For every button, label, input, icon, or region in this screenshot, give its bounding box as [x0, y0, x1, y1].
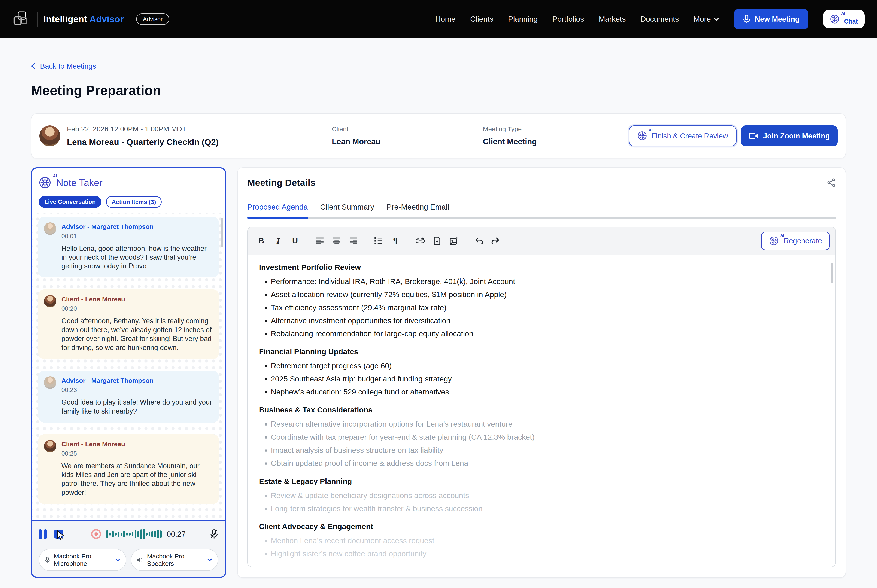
nav-item-home[interactable]: Home	[435, 15, 456, 24]
app-title: Intelligent Advisor	[44, 14, 124, 24]
nav-item-portfolios[interactable]: Portfolios	[553, 15, 584, 24]
client-value: Lean Moreau	[332, 137, 483, 146]
new-meeting-button[interactable]: New Meeting	[734, 9, 809, 29]
insert-link-button[interactable]	[412, 233, 428, 249]
agenda-section-heading: Estate & Legacy Planning	[259, 477, 824, 486]
transcript-text: Hello Lena, good afternoon, how is the w…	[62, 244, 212, 271]
conversation-scrollbar[interactable]	[221, 218, 223, 247]
align-right-button[interactable]	[346, 233, 362, 249]
role-badge: Advisor	[136, 14, 169, 25]
pause-icon	[39, 530, 47, 539]
tab-client-summary[interactable]: Client Summary	[320, 203, 374, 217]
chat-label: Chat	[844, 18, 858, 25]
ai-icon	[637, 131, 647, 141]
client-avatar	[39, 125, 60, 146]
transcript-timestamp: 00:20	[62, 305, 125, 312]
recording-timer: 00:27	[167, 530, 186, 538]
join-button-label: Join Zoom Meeting	[763, 132, 830, 140]
regenerate-button[interactable]: AI Regenerate	[761, 232, 830, 250]
underline-button[interactable]: U	[287, 233, 303, 249]
speaker-device-value: Macbook Pro Speakers	[147, 553, 203, 567]
share-icon	[826, 178, 836, 188]
ai-icon	[769, 236, 779, 246]
agenda-section-heading: Financial Planning Updates	[259, 347, 824, 356]
meeting-type-label: Meeting Type	[483, 125, 629, 133]
paragraph-button[interactable]: ¶	[387, 233, 403, 249]
agenda-section: Financial Planning UpdatesRetirement tar…	[259, 347, 824, 397]
client-avatar	[44, 295, 56, 308]
back-to-meetings-link[interactable]: Back to Meetings	[31, 62, 96, 70]
mouse-cursor	[57, 530, 65, 540]
speaker-name: Client - Lena Moreau	[62, 441, 125, 448]
microphone-device-select[interactable]: Macbook Pro Microphone	[39, 549, 126, 571]
join-zoom-meeting-button[interactable]: Join Zoom Meeting	[741, 125, 838, 146]
nav-more-label: More	[694, 15, 711, 24]
live-conversation-badge[interactable]: Live Conversation	[39, 196, 101, 208]
active-tab-indicator	[247, 217, 308, 219]
tab-pre-meeting-email[interactable]: Pre-Meeting Email	[387, 203, 449, 217]
new-meeting-label: New Meeting	[755, 15, 799, 23]
ai-icon	[39, 176, 51, 189]
transcript-entry: Advisor - Margaret Thompson 00:01 Hello …	[38, 217, 219, 278]
agenda-section-heading: Business & Tax Considerations	[259, 406, 824, 414]
editor-scrollbar[interactable]	[830, 263, 833, 284]
agenda-item: Review & update beneficiary designations…	[271, 490, 824, 501]
agenda-section-heading: Client Advocacy & Engagement	[259, 522, 824, 531]
regenerate-label: Regenerate	[784, 237, 822, 245]
undo-button[interactable]	[471, 233, 487, 249]
microphone-icon	[743, 15, 750, 24]
action-items-badge[interactable]: Action Items (3)	[106, 196, 162, 208]
ordered-list-button[interactable]	[371, 233, 386, 249]
agenda-item: Nephew’s education: 529 college fund or …	[271, 387, 824, 397]
note-taker-panel: AI Note Taker Live Conversation Action I…	[31, 167, 226, 578]
share-button[interactable]	[826, 178, 836, 188]
client-label: Client	[332, 125, 483, 133]
brand: Intelligent Advisor Advisor	[12, 10, 169, 29]
nav-item-more[interactable]: More	[694, 15, 719, 24]
microphone-device-value: Macbook Pro Microphone	[54, 553, 112, 567]
align-center-button[interactable]	[329, 233, 345, 249]
nav-item-clients[interactable]: Clients	[470, 15, 494, 24]
pause-recording-button[interactable]	[39, 530, 47, 539]
agenda-document[interactable]: Investment Portfolio ReviewPerformance: …	[248, 255, 836, 567]
nav-item-markets[interactable]: Markets	[599, 15, 626, 24]
recorder-controls: 00:27 Macbook Pro Micr	[32, 519, 225, 576]
agenda-item: Coordinate with tax preparer for year-en…	[271, 432, 824, 442]
bold-button[interactable]: B	[253, 233, 269, 249]
transcript-timestamp: 00:25	[62, 450, 125, 457]
ai-chat-button[interactable]: AI Chat	[823, 10, 865, 28]
attach-file-button[interactable]	[429, 233, 445, 249]
app-window: Intelligent Advisor Advisor HomeClientsP…	[0, 0, 877, 588]
conversation-transcript[interactable]: Advisor - Margaret Thompson 00:01 Hello …	[32, 213, 225, 519]
agenda-item: Obtain updated proof of income & address…	[271, 458, 824, 468]
meeting-datetime: Feb 22, 2026 12:00PM - 1:00PM MDT	[67, 125, 332, 133]
agenda-item: Performance: Individual IRA, Roth IRA, B…	[271, 276, 824, 287]
waveform	[107, 528, 162, 540]
nav-links: HomeClientsPlanningPortfoliosMarketsDocu…	[435, 15, 679, 24]
redo-button[interactable]	[488, 233, 504, 249]
microphone-muted-icon[interactable]	[210, 529, 218, 539]
align-left-button[interactable]	[312, 233, 328, 249]
client-avatar	[44, 440, 56, 452]
agenda-item: Highlight sister’s new coffee brand oppo…	[271, 549, 824, 559]
ai-superscript: AI	[780, 233, 784, 238]
agenda-item: Research alternative incorporation optio…	[271, 419, 824, 429]
insert-image-button[interactable]	[446, 233, 462, 249]
tab-proposed-agenda[interactable]: Proposed Agenda	[247, 203, 308, 217]
agenda-item: Long-term strategies for wealth transfer…	[271, 504, 824, 514]
conversation-list: Advisor - Margaret Thompson 00:01 Hello …	[38, 217, 219, 504]
agenda-section: Client Advocacy & EngagementMention Lena…	[259, 522, 824, 559]
nav-item-planning[interactable]: Planning	[508, 15, 538, 24]
speaker-device-select[interactable]: Macbook Pro Speakers	[131, 549, 218, 571]
advisor-avatar	[44, 222, 56, 235]
transcript-text: Good afternoon, Bethany. Yes it is reall…	[62, 316, 212, 352]
italic-button[interactable]: I	[270, 233, 286, 249]
meeting-info: Feb 22, 2026 12:00PM - 1:00PM MDT Lena M…	[67, 125, 332, 147]
ai-icon	[830, 14, 839, 24]
note-taker-title: AI Note Taker	[39, 176, 218, 189]
chevron-left-icon	[31, 63, 36, 70]
speaker-name: Client - Lena Moreau	[62, 296, 125, 303]
nav-item-documents[interactable]: Documents	[640, 15, 679, 24]
meeting-summary-card: Feb 22, 2026 12:00PM - 1:00PM MDT Lena M…	[31, 114, 846, 159]
finish-create-review-button[interactable]: AI Finish & Create Review	[629, 125, 737, 146]
